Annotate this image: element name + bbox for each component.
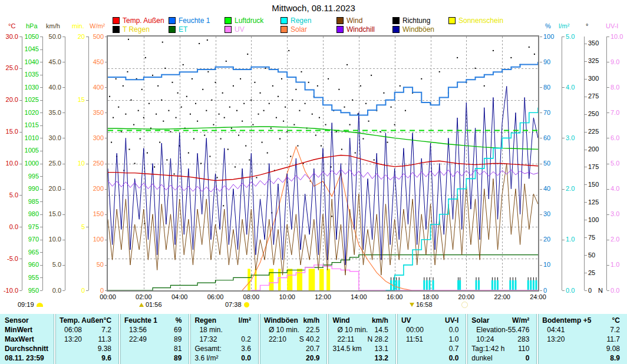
axis-tick-label: 7.0	[610, 110, 619, 116]
stats-cell-value: 110	[518, 345, 529, 353]
stats-cell-label: Tag:1:42 h	[471, 345, 504, 353]
legend-item: Windchill	[336, 26, 375, 33]
axis-tick-label: 0	[81, 287, 85, 294]
stats-row: 0.0	[398, 353, 466, 363]
axis-tick-label: 0	[100, 287, 104, 294]
axis-tick	[105, 37, 107, 37]
axis-tick-label: 1030	[25, 84, 39, 91]
axis-tick-label: -5.0	[7, 256, 18, 262]
axis-tick-label: 80	[543, 84, 550, 91]
axis-tick	[19, 164, 22, 164]
legend-label: Luftdruck	[235, 16, 263, 25]
axis-tick-label: 10.0	[610, 34, 623, 40]
axis-tick	[62, 164, 65, 164]
legend-swatch	[280, 17, 288, 24]
legend-swatch	[448, 17, 456, 24]
axis-tick-label: -10.0	[4, 287, 18, 294]
axis-tick-label: 150	[588, 181, 599, 188]
stats-row: 20.9	[260, 353, 327, 363]
axis-tick-label: 45.0	[49, 59, 61, 65]
axis-tick-label: 20	[78, 34, 85, 40]
stats-cell-value: N 28.2	[368, 335, 388, 343]
stats-cell-value: 3.6	[241, 345, 251, 353]
axis-tick-label: 90	[543, 59, 550, 65]
stats-cell-label: 13:20	[542, 335, 565, 343]
stats-row: Tag:1:42 h110	[468, 344, 536, 353]
axis-tick	[86, 290, 88, 291]
axis-tick	[40, 75, 42, 75]
axis-tick	[19, 290, 22, 291]
stats-cell-value: 89	[174, 354, 182, 362]
axis-tick	[585, 114, 587, 115]
time-label: 20:00	[453, 293, 479, 300]
stats-cell-label: 22:11	[332, 335, 354, 343]
axis-tick	[607, 290, 609, 291]
axis-tick-label: 10	[78, 160, 85, 167]
stats-row: 314.5 km13.1	[329, 344, 395, 353]
stats-cell-value: 283	[517, 335, 529, 343]
axis-tick-label: 1015	[25, 122, 39, 128]
axis-tick-label: 10	[543, 262, 550, 268]
axis-tick	[62, 265, 65, 266]
axis-tick-label: 15.0	[49, 211, 61, 217]
stats-cell-value: 11.7	[607, 335, 620, 343]
stats-row: 81	[121, 344, 189, 353]
stats-row: 20.7	[260, 344, 327, 353]
axis-tick-label: 985	[28, 198, 39, 205]
axis-line-°	[584, 37, 585, 290]
axis-tick	[40, 176, 42, 177]
stats-row: 9.08	[539, 344, 627, 353]
legend-label: T Regen	[123, 25, 150, 34]
axis-tick	[585, 290, 587, 291]
axis-tick	[19, 68, 22, 69]
legend-label: Sonnenschein	[458, 16, 503, 25]
axis-line-°C	[22, 37, 22, 290]
axis-tick	[585, 150, 587, 150]
axis-tick	[86, 37, 88, 37]
axis-tick-label: 325	[588, 58, 599, 64]
stats-label-text: Sensor	[5, 316, 29, 325]
axis-unit-label: min.	[72, 22, 84, 29]
stats-cell-label: Gesamt:	[194, 345, 221, 353]
axis-tick	[40, 87, 42, 88]
axis-tick-label: 500	[93, 34, 104, 40]
axis-tick-label: 3.0	[566, 135, 575, 141]
axis-tick	[607, 62, 609, 62]
moon-marker	[461, 301, 468, 308]
axis-tick-label: 990	[28, 186, 39, 192]
axis-tick-label: 100	[93, 236, 104, 243]
axis-tick	[105, 62, 107, 62]
stats-column-name: Bodentemp +5	[542, 316, 591, 325]
stats-row: 13:2011.7	[539, 335, 627, 344]
axis-tick	[585, 79, 587, 80]
stats-cell-value: 0.0	[449, 354, 459, 362]
stats-cell-value: S 40.2	[299, 335, 320, 343]
stats-column-unit: km/h	[303, 316, 319, 325]
axis-tick-label: 70	[543, 110, 550, 116]
axis-tick	[86, 227, 88, 227]
stats-cell-label: Ø 10 min.	[264, 326, 299, 334]
axis-tick	[105, 112, 107, 113]
stats-cell-value: 89	[174, 335, 182, 343]
sunrise-marker: 07:38	[225, 301, 249, 308]
axis-tick	[607, 214, 609, 215]
axis-tick-label: 0	[543, 287, 547, 294]
axis-tick	[62, 138, 65, 138]
stats-row: Elevation-55.476	[468, 325, 536, 335]
stats-column-header: Regenl/m²	[191, 316, 258, 325]
axis-tick	[585, 202, 587, 203]
axis-tick-label: 50.0	[49, 34, 61, 40]
legend-swatch	[280, 26, 288, 33]
axis-tick	[585, 237, 587, 238]
time-label: 10:00	[274, 293, 300, 300]
stats-cell-value: 7.2	[101, 326, 111, 334]
axis-tick-label: 0.0	[610, 287, 619, 294]
axis-tick-label: 1000	[25, 160, 39, 167]
axis-tick	[562, 189, 565, 190]
legend-swatch	[392, 26, 400, 33]
stats-column-feuchte-1: Feuchte 1%13:566922:49898189	[120, 314, 189, 364]
axis-unit-label: °	[586, 22, 588, 29]
axis-tick	[19, 37, 22, 37]
axis-tick	[585, 255, 587, 256]
stats-row: 00:000.0	[398, 325, 466, 335]
